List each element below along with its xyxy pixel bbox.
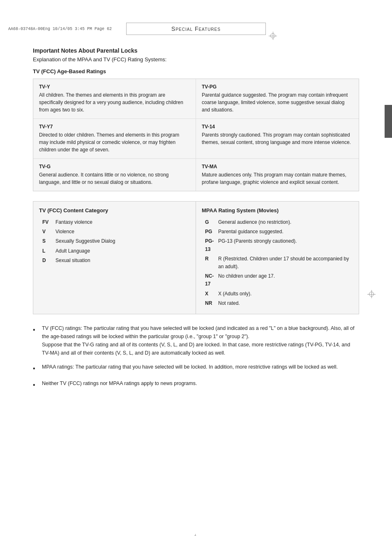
- bullet-dot-1: •: [33, 325, 39, 335]
- rating-label-tv14: TV-14: [202, 124, 353, 130]
- content-category-table: FV Fantasy violence V Violence S Sexuall…: [39, 218, 190, 265]
- table-row: R R (Restricted. Children under 17 shoul…: [202, 254, 353, 271]
- table-row: X X (Adults only).: [202, 289, 353, 299]
- rating-cell-tvg: TV-G General audience. It contains littl…: [33, 159, 196, 191]
- rating-desc-tvpg: Parental guidance suggested. The program…: [202, 91, 353, 114]
- code-x: X: [202, 289, 218, 299]
- desc-s: Sexually Suggestive Dialog: [55, 237, 190, 246]
- rating-cell-tvy: TV-Y All children. The themes and elemen…: [33, 79, 196, 119]
- rating-label-tvpg: TV-PG: [202, 84, 353, 90]
- code-r: R: [202, 254, 218, 271]
- desc-l: Adult Language: [55, 246, 190, 256]
- desc-v: Violence: [55, 227, 190, 237]
- code-v: V: [39, 227, 55, 237]
- table-row: NR Not rated.: [202, 299, 353, 308]
- desc-x: X (Adults only).: [218, 289, 353, 299]
- crosshair-bottom-center: [191, 534, 199, 536]
- rating-desc-tvy7: Directed to older children. Themes and e…: [39, 131, 190, 153]
- rating-cell-tv14: TV-14 Parents strongly cautioned. This p…: [196, 119, 359, 159]
- bullet-text-news: Neither TV (FCC) ratings nor MPAA rating…: [42, 379, 359, 387]
- code-pg13: PG-13: [202, 237, 218, 254]
- code-l: L: [39, 246, 55, 256]
- table-row: D Sexual situation: [39, 256, 190, 265]
- table-row: V Violence: [39, 227, 190, 237]
- desc-d: Sexual situation: [55, 256, 190, 265]
- bullet-dot-3: •: [33, 380, 39, 390]
- mpaa-ratings-heading: MPAA Rating System (Movies): [202, 207, 353, 213]
- rating-desc-tv14: Parents strongly cautioned. This program…: [202, 131, 353, 146]
- code-g: G: [202, 218, 218, 227]
- code-nc17: NC-17: [202, 271, 218, 289]
- bullets-section: • TV (FCC) ratings: The particular ratin…: [33, 324, 359, 390]
- bullet-item-news: • Neither TV (FCC) ratings nor MPAA rati…: [33, 379, 359, 390]
- section-title: Special Features: [171, 26, 221, 32]
- desc-r: R (Restricted. Children under 17 should …: [218, 254, 353, 271]
- table-row: FV Fantasy violence: [39, 218, 190, 227]
- bullet-item-fcc: • TV (FCC) ratings: The particular ratin…: [33, 324, 359, 357]
- right-tab: [385, 105, 392, 138]
- crosshair-top-right: [269, 32, 277, 40]
- rating-label-tvma: TV-MA: [202, 164, 353, 169]
- desc-pg13: PG-13 (Parents strongly cautioned).: [218, 237, 353, 254]
- table-row: PG Parental guidance suggested.: [202, 227, 353, 237]
- code-s: S: [39, 237, 55, 246]
- header-meta: AA68-03748A-00Eng 10/14/05 3:45 PM Page …: [8, 27, 112, 31]
- code-nr: NR: [202, 299, 218, 308]
- code-fv: FV: [39, 218, 55, 227]
- crosshair-middle-right: [367, 290, 376, 298]
- rating-cell-tvma: TV-MA Mature audiences only. This progra…: [196, 159, 359, 191]
- table-row: NC-17 No children under age 17.: [202, 271, 353, 289]
- age-ratings-heading: TV (FCC) Age-Based Ratings: [33, 68, 359, 74]
- desc-g: General audience (no restriction).: [218, 218, 353, 227]
- mpaa-ratings-col: MPAA Rating System (Movies) G General au…: [196, 201, 359, 314]
- table-row: L Adult Language: [39, 246, 190, 256]
- bullet-text-fcc: TV (FCC) ratings: The particular rating …: [42, 324, 359, 357]
- sub-heading-text: Explanation of the MPAA and TV (FCC) Rat…: [33, 56, 359, 63]
- main-heading: Important Notes About Parental Locks: [33, 47, 359, 54]
- desc-nc17: No children under age 17.: [218, 271, 353, 289]
- section-title-box: Special Features: [126, 23, 266, 35]
- code-pg: PG: [202, 227, 218, 237]
- content-area: Important Notes About Parental Locks Exp…: [33, 47, 359, 390]
- rating-desc-tvg: General audience. It contains little or …: [39, 171, 190, 186]
- bullet-dot-2: •: [33, 363, 39, 374]
- rating-desc-tvy: All children. The themes and elements in…: [39, 91, 190, 114]
- code-d: D: [39, 256, 55, 265]
- content-category-col: TV (FCC) Content Category FV Fantasy vio…: [33, 201, 196, 314]
- table-row: PG-13 PG-13 (Parents strongly cautioned)…: [202, 237, 353, 254]
- rating-label-tvy: TV-Y: [39, 84, 190, 90]
- rating-label-tvy7: TV-Y7: [39, 124, 190, 130]
- desc-nr: Not rated.: [218, 299, 353, 308]
- rating-label-tvg: TV-G: [39, 164, 190, 169]
- mpaa-ratings-table: G General audience (no restriction). PG …: [202, 218, 353, 308]
- bullet-item-mpaa: • MPAA ratings: The particular rating th…: [33, 363, 359, 374]
- page-container: AA68-03748A-00Eng 10/14/05 3:45 PM Page …: [0, 23, 392, 536]
- rating-cell-tvpg: TV-PG Parental guidance suggested. The p…: [196, 79, 359, 119]
- content-category-heading: TV (FCC) Content Category: [39, 207, 190, 213]
- desc-pg: Parental guidance suggested.: [218, 227, 353, 237]
- bullet-text-mpaa: MPAA ratings: The particular rating that…: [42, 363, 359, 371]
- desc-fv: Fantasy violence: [55, 218, 190, 227]
- table-row: S Sexually Suggestive Dialog: [39, 237, 190, 246]
- rating-cell-tvy7: TV-Y7 Directed to older children. Themes…: [33, 119, 196, 159]
- age-ratings-grid: TV-Y All children. The themes and elemen…: [33, 79, 359, 191]
- table-row: G General audience (no restriction).: [202, 218, 353, 227]
- two-col-section: TV (FCC) Content Category FV Fantasy vio…: [33, 201, 359, 314]
- rating-desc-tvma: Mature audiences only. This program may …: [202, 171, 353, 186]
